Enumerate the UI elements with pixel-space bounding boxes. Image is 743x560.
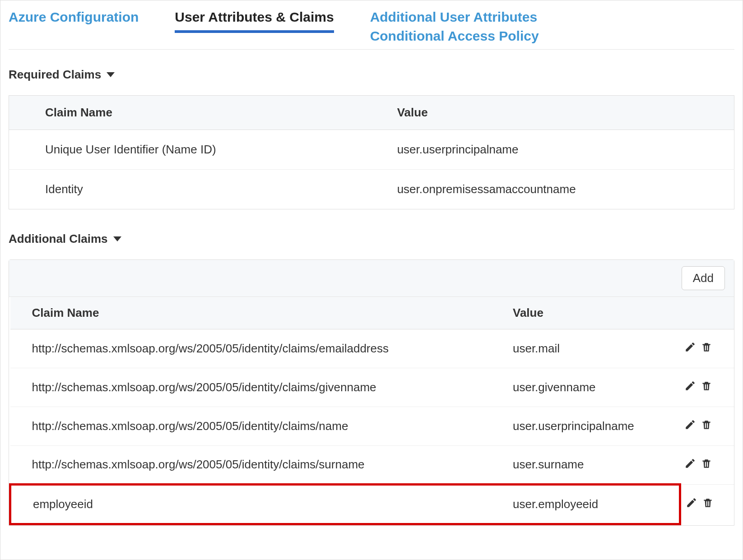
claim-name-cell: http://schemas.xmlsoap.org/ws/2005/05/id… (10, 368, 491, 407)
tab-bar: Azure Configuration User Attributes & Cl… (9, 5, 734, 50)
actions-cell (680, 485, 734, 524)
table-row: Unique User Identifier (Name ID)user.use… (9, 130, 734, 170)
table-row: employeeiduser.employeeid (10, 485, 734, 524)
edit-icon[interactable] (684, 341, 696, 353)
delete-icon[interactable] (701, 458, 712, 469)
table-row: Identityuser.onpremisessamaccountname (9, 170, 734, 209)
edit-icon[interactable] (686, 497, 697, 509)
claim-value-cell: user.employeeid (491, 485, 680, 524)
claim-name-cell: Unique User Identifier (Name ID) (9, 130, 393, 170)
column-claim-name: Claim Name (10, 297, 491, 329)
tab-azure-configuration[interactable]: Azure Configuration (9, 5, 139, 30)
tab-label-line2: Conditional Access Policy (370, 27, 539, 46)
claim-name-cell: http://schemas.xmlsoap.org/ws/2005/05/id… (10, 329, 491, 368)
actions-cell (680, 329, 734, 368)
add-button[interactable]: Add (682, 266, 725, 290)
claim-name-cell: employeeid (10, 485, 491, 524)
tab-user-attributes-claims[interactable]: User Attributes & Claims (175, 5, 334, 33)
additional-claims-panel: Add Claim Name Value http://schemas.xmls… (9, 259, 734, 526)
table-row: http://schemas.xmlsoap.org/ws/2005/05/id… (10, 329, 734, 368)
actions-cell (680, 368, 734, 407)
additional-claims-label: Additional Claims (9, 232, 108, 246)
actions-cell (680, 407, 734, 446)
required-claims-label: Required Claims (9, 68, 101, 82)
actions-cell (680, 446, 734, 485)
caret-down-icon (113, 236, 121, 241)
delete-icon[interactable] (702, 497, 714, 509)
additional-claims-header[interactable]: Additional Claims (9, 232, 734, 246)
claim-value-cell: user.userprincipalname (393, 130, 734, 170)
add-bar: Add (9, 260, 734, 297)
tab-label-line1: Additional User Attributes (370, 8, 539, 27)
column-value: Value (491, 297, 680, 329)
claim-name-cell: http://schemas.xmlsoap.org/ws/2005/05/id… (10, 407, 491, 446)
edit-icon[interactable] (684, 419, 696, 430)
tab-additional-attributes-policy[interactable]: Additional User Attributes Conditional A… (370, 5, 539, 49)
claim-value-cell: user.userprincipalname (491, 407, 680, 446)
delete-icon[interactable] (701, 419, 712, 430)
claim-value-cell: user.givenname (491, 368, 680, 407)
required-claims-table: Claim Name Value Unique User Identifier … (9, 95, 734, 209)
edit-icon[interactable] (684, 380, 696, 392)
claim-value-cell: user.mail (491, 329, 680, 368)
claim-value-cell: user.surname (491, 446, 680, 485)
table-row: http://schemas.xmlsoap.org/ws/2005/05/id… (10, 446, 734, 485)
delete-icon[interactable] (701, 380, 712, 392)
claim-name-cell: Identity (9, 170, 393, 209)
column-actions (680, 297, 734, 329)
caret-down-icon (107, 72, 115, 77)
table-row: http://schemas.xmlsoap.org/ws/2005/05/id… (10, 368, 734, 407)
required-claims-header[interactable]: Required Claims (9, 68, 734, 82)
column-value: Value (393, 96, 734, 130)
claim-value-cell: user.onpremisessamaccountname (393, 170, 734, 209)
column-claim-name: Claim Name (9, 96, 393, 130)
table-row: http://schemas.xmlsoap.org/ws/2005/05/id… (10, 407, 734, 446)
additional-claims-table: Claim Name Value http://schemas.xmlsoap.… (9, 297, 734, 525)
edit-icon[interactable] (684, 458, 696, 469)
claim-name-cell: http://schemas.xmlsoap.org/ws/2005/05/id… (10, 446, 491, 485)
delete-icon[interactable] (701, 341, 712, 353)
